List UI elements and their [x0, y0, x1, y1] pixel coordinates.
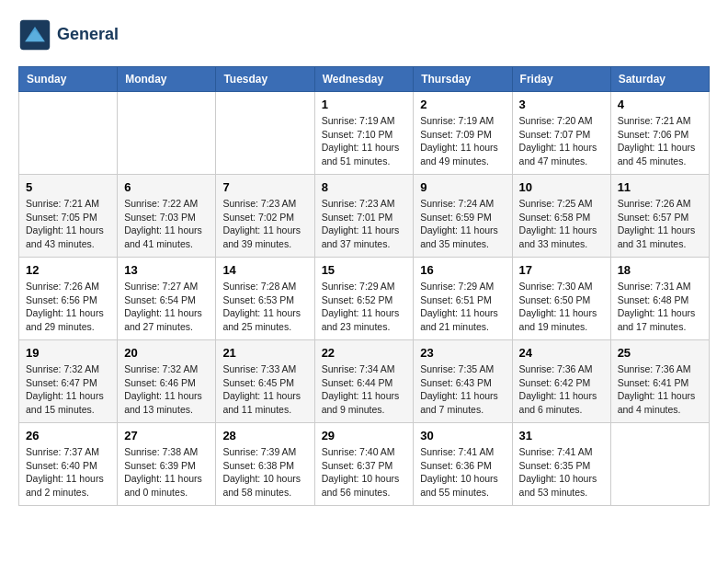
- calendar-cell: 3Sunrise: 7:20 AM Sunset: 7:07 PM Daylig…: [512, 92, 610, 175]
- calendar-cell: 23Sunrise: 7:35 AM Sunset: 6:43 PM Dayli…: [414, 340, 512, 423]
- day-info: Sunrise: 7:30 AM Sunset: 6:50 PM Dayligh…: [519, 280, 604, 334]
- logo-text: General: [57, 26, 119, 44]
- calendar-header-row: SundayMondayTuesdayWednesdayThursdayFrid…: [19, 67, 710, 92]
- calendar-cell: 26Sunrise: 7:37 AM Sunset: 6:40 PM Dayli…: [19, 423, 118, 506]
- day-number: 18: [618, 263, 702, 277]
- calendar-week-4: 19Sunrise: 7:32 AM Sunset: 6:47 PM Dayli…: [19, 340, 710, 423]
- calendar-cell: 17Sunrise: 7:30 AM Sunset: 6:50 PM Dayli…: [512, 258, 610, 340]
- page-header: General: [18, 18, 710, 52]
- day-number: 22: [322, 346, 407, 360]
- day-number: 4: [618, 98, 702, 111]
- calendar-cell: 19Sunrise: 7:32 AM Sunset: 6:47 PM Dayli…: [19, 340, 118, 423]
- day-header-wednesday: Wednesday: [314, 67, 414, 92]
- day-info: Sunrise: 7:29 AM Sunset: 6:51 PM Dayligh…: [420, 280, 505, 334]
- day-info: Sunrise: 7:36 AM Sunset: 6:41 PM Dayligh…: [618, 362, 702, 417]
- day-number: 16: [420, 263, 505, 277]
- calendar-cell: 10Sunrise: 7:25 AM Sunset: 6:58 PM Dayli…: [512, 175, 610, 258]
- calendar-cell: 5Sunrise: 7:21 AM Sunset: 7:05 PM Daylig…: [19, 175, 118, 258]
- day-number: 25: [618, 346, 702, 360]
- day-info: Sunrise: 7:35 AM Sunset: 6:43 PM Dayligh…: [420, 362, 505, 417]
- calendar-cell: 13Sunrise: 7:27 AM Sunset: 6:54 PM Dayli…: [118, 258, 216, 340]
- calendar-table: SundayMondayTuesdayWednesdayThursdayFrid…: [18, 66, 710, 506]
- day-number: 27: [124, 429, 209, 442]
- calendar-cell: 11Sunrise: 7:26 AM Sunset: 6:57 PM Dayli…: [610, 175, 709, 258]
- calendar-cell: 28Sunrise: 7:39 AM Sunset: 6:38 PM Dayli…: [216, 423, 314, 506]
- calendar-cell: 14Sunrise: 7:28 AM Sunset: 6:53 PM Dayli…: [216, 258, 314, 340]
- calendar-cell: 21Sunrise: 7:33 AM Sunset: 6:45 PM Dayli…: [216, 340, 314, 423]
- day-info: Sunrise: 7:23 AM Sunset: 7:01 PM Dayligh…: [322, 197, 407, 251]
- day-header-saturday: Saturday: [610, 67, 709, 92]
- day-info: Sunrise: 7:19 AM Sunset: 7:10 PM Dayligh…: [322, 114, 407, 168]
- day-info: Sunrise: 7:38 AM Sunset: 6:39 PM Dayligh…: [124, 445, 209, 500]
- day-info: Sunrise: 7:27 AM Sunset: 6:54 PM Dayligh…: [124, 280, 209, 334]
- day-header-friday: Friday: [512, 67, 610, 92]
- calendar-cell: 2Sunrise: 7:19 AM Sunset: 7:09 PM Daylig…: [414, 92, 512, 175]
- day-info: Sunrise: 7:23 AM Sunset: 7:02 PM Dayligh…: [222, 197, 307, 251]
- day-info: Sunrise: 7:20 AM Sunset: 7:07 PM Dayligh…: [519, 114, 604, 168]
- day-number: 30: [420, 429, 505, 442]
- day-header-monday: Monday: [118, 67, 216, 92]
- calendar-cell: 30Sunrise: 7:41 AM Sunset: 6:36 PM Dayli…: [414, 423, 512, 506]
- day-info: Sunrise: 7:29 AM Sunset: 6:52 PM Dayligh…: [322, 280, 407, 334]
- calendar-cell: 7Sunrise: 7:23 AM Sunset: 7:02 PM Daylig…: [216, 175, 314, 258]
- day-number: 17: [519, 263, 604, 277]
- day-number: 28: [222, 429, 307, 442]
- day-info: Sunrise: 7:36 AM Sunset: 6:42 PM Dayligh…: [519, 362, 604, 417]
- calendar-week-1: 1Sunrise: 7:19 AM Sunset: 7:10 PM Daylig…: [19, 92, 710, 175]
- logo-icon: [18, 18, 51, 52]
- day-info: Sunrise: 7:26 AM Sunset: 6:57 PM Dayligh…: [618, 197, 702, 251]
- day-number: 1: [322, 98, 407, 111]
- calendar-cell: [216, 92, 314, 175]
- day-header-sunday: Sunday: [19, 67, 118, 92]
- day-info: Sunrise: 7:33 AM Sunset: 6:45 PM Dayligh…: [222, 362, 307, 417]
- day-info: Sunrise: 7:41 AM Sunset: 6:36 PM Dayligh…: [420, 445, 505, 500]
- day-info: Sunrise: 7:22 AM Sunset: 7:03 PM Dayligh…: [124, 197, 209, 251]
- calendar-week-3: 12Sunrise: 7:26 AM Sunset: 6:56 PM Dayli…: [19, 258, 710, 340]
- calendar-cell: 8Sunrise: 7:23 AM Sunset: 7:01 PM Daylig…: [314, 175, 414, 258]
- day-number: 15: [322, 263, 407, 277]
- calendar-cell: [610, 423, 709, 506]
- day-number: 10: [519, 180, 604, 194]
- day-info: Sunrise: 7:37 AM Sunset: 6:40 PM Dayligh…: [26, 445, 110, 500]
- day-number: 12: [26, 263, 110, 277]
- day-info: Sunrise: 7:39 AM Sunset: 6:38 PM Dayligh…: [222, 445, 307, 500]
- day-number: 11: [618, 180, 702, 194]
- day-info: Sunrise: 7:21 AM Sunset: 7:05 PM Dayligh…: [26, 197, 110, 251]
- day-number: 29: [322, 429, 407, 442]
- day-info: Sunrise: 7:21 AM Sunset: 7:06 PM Dayligh…: [618, 114, 702, 168]
- day-info: Sunrise: 7:25 AM Sunset: 6:58 PM Dayligh…: [519, 197, 604, 251]
- day-number: 21: [222, 346, 307, 360]
- calendar-cell: 29Sunrise: 7:40 AM Sunset: 6:37 PM Dayli…: [314, 423, 414, 506]
- day-number: 20: [124, 346, 209, 360]
- calendar-cell: 24Sunrise: 7:36 AM Sunset: 6:42 PM Dayli…: [512, 340, 610, 423]
- day-number: 26: [26, 429, 110, 442]
- day-info: Sunrise: 7:40 AM Sunset: 6:37 PM Dayligh…: [322, 445, 407, 500]
- day-info: Sunrise: 7:28 AM Sunset: 6:53 PM Dayligh…: [222, 280, 307, 334]
- calendar-cell: 1Sunrise: 7:19 AM Sunset: 7:10 PM Daylig…: [314, 92, 414, 175]
- calendar-cell: 31Sunrise: 7:41 AM Sunset: 6:35 PM Dayli…: [512, 423, 610, 506]
- calendar-cell: 6Sunrise: 7:22 AM Sunset: 7:03 PM Daylig…: [118, 175, 216, 258]
- day-info: Sunrise: 7:34 AM Sunset: 6:44 PM Dayligh…: [322, 362, 407, 417]
- day-number: 7: [222, 180, 307, 194]
- day-number: 9: [420, 180, 505, 194]
- day-info: Sunrise: 7:24 AM Sunset: 6:59 PM Dayligh…: [420, 197, 505, 251]
- day-info: Sunrise: 7:32 AM Sunset: 6:47 PM Dayligh…: [26, 362, 110, 417]
- day-info: Sunrise: 7:41 AM Sunset: 6:35 PM Dayligh…: [519, 445, 604, 500]
- day-number: 5: [26, 180, 110, 194]
- day-number: 13: [124, 263, 209, 277]
- calendar-cell: 20Sunrise: 7:32 AM Sunset: 6:46 PM Dayli…: [118, 340, 216, 423]
- day-header-thursday: Thursday: [414, 67, 512, 92]
- calendar-week-5: 26Sunrise: 7:37 AM Sunset: 6:40 PM Dayli…: [19, 423, 710, 506]
- day-number: 3: [519, 98, 604, 111]
- calendar-week-2: 5Sunrise: 7:21 AM Sunset: 7:05 PM Daylig…: [19, 175, 710, 258]
- calendar-cell: 27Sunrise: 7:38 AM Sunset: 6:39 PM Dayli…: [118, 423, 216, 506]
- calendar-cell: 22Sunrise: 7:34 AM Sunset: 6:44 PM Dayli…: [314, 340, 414, 423]
- day-number: 2: [420, 98, 505, 111]
- calendar-cell: [19, 92, 118, 175]
- calendar-cell: 4Sunrise: 7:21 AM Sunset: 7:06 PM Daylig…: [610, 92, 709, 175]
- calendar-cell: 9Sunrise: 7:24 AM Sunset: 6:59 PM Daylig…: [414, 175, 512, 258]
- day-number: 8: [322, 180, 407, 194]
- day-number: 23: [420, 346, 505, 360]
- day-number: 6: [124, 180, 209, 194]
- day-info: Sunrise: 7:19 AM Sunset: 7:09 PM Dayligh…: [420, 114, 505, 168]
